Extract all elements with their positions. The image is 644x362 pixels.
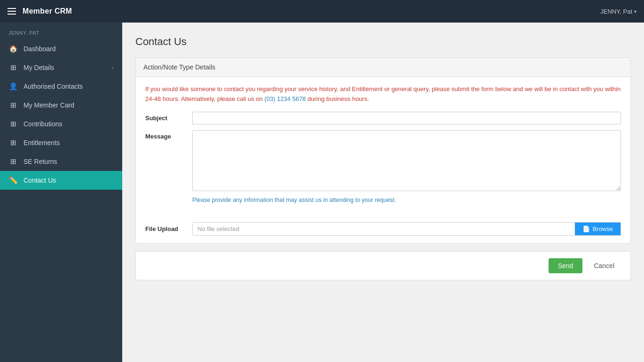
subject-row: Subject [145, 112, 621, 124]
contributions-icon: ⊞ [8, 120, 18, 128]
user-menu[interactable]: JENNY, Pat ▾ [600, 8, 636, 15]
subject-input[interactable] [192, 112, 621, 124]
sidebar-item-se-returns[interactable]: ⊞ SE Returns [0, 152, 122, 171]
message-label: Message [145, 130, 192, 140]
sidebar-item-dashboard[interactable]: 🏠 Dashboard [0, 39, 122, 58]
user-label: JENNY, Pat [600, 8, 632, 15]
pencil-icon: ✏️ [8, 176, 18, 185]
file-upload-label: File Upload [145, 225, 192, 232]
phone-link: (03) 1234 5678 [264, 95, 306, 102]
actions-card: Send Cancel [135, 251, 631, 280]
browse-label: Browse [593, 225, 613, 232]
topbar-left: Member CRM [8, 7, 72, 15]
page-title: Contact Us [135, 36, 631, 48]
send-button[interactable]: Send [549, 258, 583, 273]
card-body: If you would like someone to contact you… [136, 77, 630, 217]
topbar: Member CRM JENNY, Pat ▾ [0, 0, 644, 23]
sidebar-username: JENNY, PAT [0, 23, 122, 39]
entitlements-icon: ⊞ [8, 139, 18, 147]
contacts-icon: 👤 [8, 82, 18, 91]
browse-button[interactable]: 📄 Browse [575, 223, 620, 235]
card-header: Action/Note Type Details [136, 58, 630, 77]
sidebar-item-label: My Details [24, 64, 54, 71]
cancel-button[interactable]: Cancel [587, 258, 621, 273]
browse-icon: 📄 [582, 225, 590, 232]
sidebar-item-contact-us[interactable]: ✏️ Contact Us [0, 171, 122, 190]
sidebar-item-my-member-card[interactable]: ⊞ My Member Card [0, 96, 122, 115]
sidebar-item-label: Contact Us [24, 177, 56, 184]
returns-icon: ⊞ [8, 157, 18, 166]
chevron-down-icon: ▾ [634, 9, 636, 14]
details-icon: ⊞ [8, 63, 18, 72]
sidebar-item-label: Entitlements [24, 139, 60, 146]
main-content: Contact Us Action/Note Type Details If y… [122, 23, 644, 362]
message-row: Message [145, 130, 621, 191]
hamburger-menu[interactable] [8, 8, 16, 15]
sidebar-item-my-details[interactable]: ⊞ My Details › [0, 58, 122, 77]
home-icon: 🏠 [8, 45, 18, 53]
message-textarea[interactable] [192, 130, 621, 191]
sidebar-item-label: Authorised Contacts [24, 83, 83, 90]
sidebar-item-label: SE Returns [24, 158, 57, 165]
info-text: If you would like someone to contact you… [145, 85, 621, 104]
info-text-part1: If you would like someone to contact you… [145, 85, 620, 102]
app-title: Member CRM [23, 7, 72, 15]
sidebar-item-label: Dashboard [24, 45, 56, 53]
sidebar-item-authorised-contacts[interactable]: 👤 Authorised Contacts [0, 77, 122, 96]
card-icon: ⊞ [8, 101, 18, 109]
info-text-part2: during business hours. [307, 95, 369, 102]
file-input-area: No file selected 📄 Browse [192, 222, 621, 236]
chevron-right-icon: › [112, 65, 114, 70]
sidebar-item-entitlements[interactable]: ⊞ Entitlements [0, 133, 122, 152]
subject-label: Subject [145, 112, 192, 122]
contact-form-card: Action/Note Type Details If you would li… [135, 57, 631, 244]
sidebar-item-label: My Member Card [24, 101, 74, 109]
sidebar-item-contributions[interactable]: ⊞ Contributions [0, 115, 122, 133]
no-file-text: No file selected [193, 223, 575, 235]
sidebar-item-label: Contributions [24, 120, 63, 128]
file-upload-row: File Upload No file selected 📄 Browse [136, 217, 630, 243]
helper-text: Please provide any information that may … [145, 197, 621, 203]
sidebar: JENNY, PAT 🏠 Dashboard ⊞ My Details › 👤 … [0, 23, 122, 362]
layout: JENNY, PAT 🏠 Dashboard ⊞ My Details › 👤 … [0, 23, 644, 362]
